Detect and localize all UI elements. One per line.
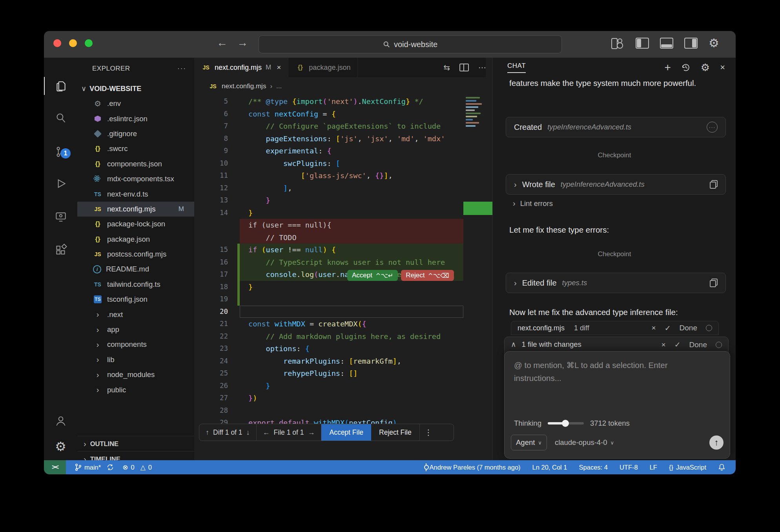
chevron-up-icon[interactable]: ∧	[511, 340, 516, 348]
run-debug-icon[interactable]	[44, 171, 77, 196]
code-line-25[interactable]: 25 rehypePlugins: []	[194, 367, 463, 380]
history-icon[interactable]	[681, 63, 691, 72]
file-row--eslintrc-json[interactable]: .eslintrc.json	[77, 111, 194, 126]
code-line-11[interactable]: 11 ['glass-js/swc', {}],	[194, 169, 463, 182]
chat-settings-gear-icon[interactable]: ⚙	[701, 62, 710, 73]
more-actions-icon[interactable]: ⋯	[478, 63, 486, 72]
pending-diff-row[interactable]: next.config.mjs 1 diff × ✓ Done	[511, 321, 719, 335]
extensions-icon[interactable]	[44, 238, 77, 262]
file-row-package-lock-json[interactable]: {}package-lock.json	[77, 217, 194, 231]
command-center-search[interactable]: void-website	[259, 35, 562, 53]
chat-close-icon[interactable]: ×	[720, 62, 725, 73]
search-sidebar-icon[interactable]	[44, 106, 77, 130]
code-line-26[interactable]: 26 }	[194, 380, 463, 392]
lint-errors-row[interactable]: › Lint errors	[513, 199, 553, 208]
code-line-6[interactable]: 6const nextConfig = {	[194, 108, 463, 120]
new-chat-icon[interactable]: +	[664, 61, 671, 74]
reject-file-button[interactable]: Reject File	[371, 424, 420, 441]
file-row--swcrc[interactable]: {}.swcrc	[77, 141, 194, 156]
file-row-next-env-d-ts[interactable]: TSnext-env.d.ts	[77, 186, 194, 201]
ellipsis-icon[interactable]: ···	[707, 122, 718, 133]
code-line-14[interactable]: 14}	[194, 207, 463, 219]
code-line-5[interactable]: 5/** @type {import('next').NextConfig} *…	[194, 95, 463, 108]
cursor-position-item[interactable]: Ln 20, Col 1	[532, 464, 567, 471]
diffbar-more-icon[interactable]: ⋮	[420, 424, 437, 441]
git-branch-item[interactable]: main*	[75, 463, 114, 471]
breadcrumb[interactable]: JS next.config.mjs › ...	[194, 77, 492, 95]
code-line-24[interactable]: 24 remarkPlugins: [remarkGfm],	[194, 355, 463, 368]
accept-file-button[interactable]: Accept File	[321, 424, 371, 441]
outline-section[interactable]: › OUTLINE	[77, 436, 194, 452]
prev-diff-icon[interactable]: ↑	[206, 428, 209, 437]
accounts-icon[interactable]	[44, 409, 77, 433]
file-row-components-json[interactable]: {}components.json	[77, 157, 194, 171]
window-close-button[interactable]	[53, 39, 61, 47]
remote-indicator[interactable]: ><	[44, 460, 66, 474]
checkpoint-marker[interactable]: Checkpoint	[493, 250, 736, 258]
file-row-lib[interactable]: ›lib	[77, 352, 194, 367]
file-row-tsconfig-json[interactable]: TStsconfig.json	[77, 292, 194, 307]
model-dropdown[interactable]: claude-opus-4-0 ∨	[555, 438, 614, 447]
tab-next-config-mjs[interactable]: JS next.config.mjs M ×	[194, 58, 288, 77]
tab-package-json[interactable]: {} package.json	[288, 58, 358, 77]
close-tab-icon[interactable]: ×	[277, 63, 281, 72]
code-line-18[interactable]: 18}	[194, 281, 463, 293]
remote-explorer-icon[interactable]	[44, 204, 77, 229]
blame-item[interactable]: Andrew Pareles (7 months ago)	[425, 463, 521, 471]
encoding-item[interactable]: UTF-8	[620, 464, 638, 471]
file-row-readme-md[interactable]: iREADME.md	[77, 262, 194, 277]
toggle-primary-sidebar-icon[interactable]	[636, 38, 649, 49]
open-changes-icon[interactable]: ⇆	[443, 63, 450, 72]
wrote-file-card[interactable]: › Wrote file typeInferenceAdvanced.ts	[506, 174, 726, 195]
forward-arrow-icon[interactable]: →	[237, 36, 248, 49]
toggle-panel-icon[interactable]	[660, 38, 673, 49]
eol-item[interactable]: LF	[650, 464, 657, 471]
thinking-slider[interactable]	[548, 422, 584, 425]
split-editor-icon[interactable]	[459, 64, 469, 71]
file-row-postcss-config-mjs[interactable]: JSpostcss.config.mjs	[77, 247, 194, 262]
next-diff-icon[interactable]: ↓	[246, 428, 250, 437]
manage-gear-icon[interactable]: ⚙	[44, 434, 77, 459]
created-file-card[interactable]: Created typeInferenceAdvanced.ts ···	[506, 117, 726, 137]
back-arrow-icon[interactable]: ←	[217, 36, 228, 49]
file-row-public[interactable]: ›public	[77, 382, 194, 397]
reject-all-x-icon[interactable]: ×	[662, 341, 666, 349]
customize-layout-icon[interactable]	[611, 38, 625, 48]
file-row-package-json[interactable]: {}package.json	[77, 232, 194, 247]
accept-check-icon[interactable]: ✓	[665, 324, 671, 333]
prev-file-icon[interactable]: ←	[263, 428, 270, 437]
settings-gear-icon[interactable]: ⚙	[709, 37, 719, 49]
code-editor[interactable]: 5/** @type {import('next').NextConfig} *…	[194, 95, 463, 429]
file-row-components[interactable]: ›components	[77, 337, 194, 352]
explorer-more-icon[interactable]: ···	[177, 65, 186, 73]
edited-file-card[interactable]: › Edited file types.ts	[506, 273, 726, 293]
explorer-icon[interactable]	[44, 74, 77, 98]
file-row-app[interactable]: ›app	[77, 322, 194, 337]
chat-tab[interactable]: CHAT	[507, 62, 526, 73]
code-line-20[interactable]: 20	[194, 306, 463, 318]
mode-dropdown[interactable]: Agent ∨	[511, 435, 547, 450]
code-line-27[interactable]: 27})	[194, 392, 463, 404]
language-item[interactable]: {} JavaScript	[669, 464, 706, 471]
file-row-tailwind-config-ts[interactable]: TStailwind.config.ts	[77, 277, 194, 292]
file-row-mdx-components-tsx[interactable]: mdx-components.tsx	[77, 171, 194, 186]
copy-icon[interactable]	[710, 279, 718, 287]
file-row-node-modules[interactable]: ›node_modules	[77, 367, 194, 382]
notifications-bell-icon[interactable]	[718, 463, 725, 471]
window-minimize-button[interactable]	[69, 39, 77, 47]
copy-icon[interactable]	[710, 180, 718, 189]
code-line-13[interactable]: 13 }	[194, 194, 463, 207]
code-line-8[interactable]: 8 pageExtensions: ['js', 'jsx', 'md', 'm…	[194, 133, 463, 145]
code-line-23[interactable]: 23 options: {	[194, 343, 463, 355]
code-line-15[interactable]: 15if (user !== null) {	[194, 244, 463, 256]
reject-diff-button[interactable]: Reject ^⌥⌫	[401, 270, 454, 281]
minimap[interactable]	[463, 95, 486, 460]
file-row--env[interactable]: ⚙.env	[77, 96, 194, 111]
code-line-diff[interactable]: // TODO	[194, 231, 463, 244]
next-file-icon[interactable]: →	[308, 428, 315, 437]
indentation-item[interactable]: Spaces: 4	[579, 464, 608, 471]
code-line-7[interactable]: 7 // Configure `pageExtensions` to inclu…	[194, 120, 463, 133]
source-control-icon[interactable]: 1	[44, 140, 77, 164]
file-row--gitignore[interactable]: .gitignore	[77, 126, 194, 141]
code-line-9[interactable]: 9 experimental: {	[194, 145, 463, 157]
